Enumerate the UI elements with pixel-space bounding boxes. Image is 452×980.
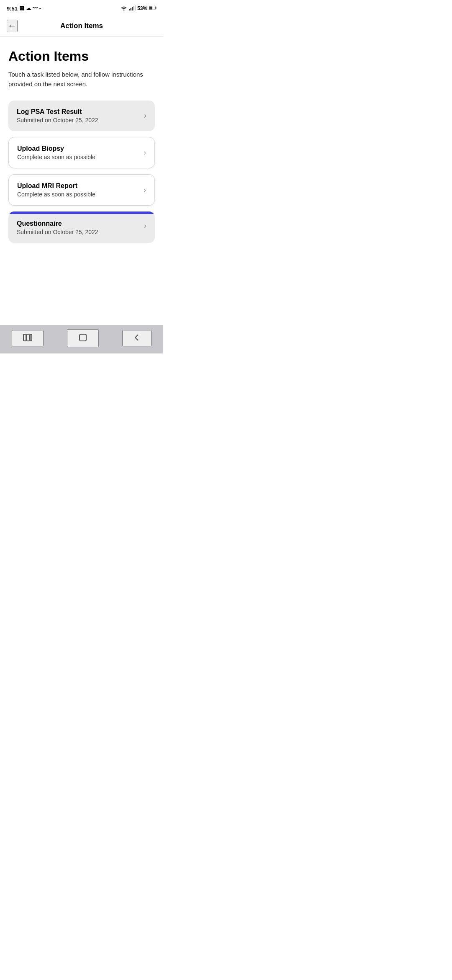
card-title: Upload Biopsy — [17, 145, 139, 152]
signal-icon — [129, 5, 136, 12]
battery-icon — [149, 5, 157, 12]
svg-rect-1 — [130, 8, 131, 10]
app-bar-title: Action Items — [60, 22, 103, 30]
svg-rect-11 — [80, 334, 86, 341]
app-bar: ← Action Items — [0, 15, 163, 37]
card-title: Log PSA Test Result — [17, 108, 140, 116]
action-card-questionnaire[interactable]: Questionnaire Submitted on October 25, 2… — [8, 211, 155, 243]
recent-apps-icon — [23, 333, 33, 343]
svg-rect-6 — [149, 6, 152, 9]
card-title: Upload MRI Report — [17, 182, 139, 190]
wifi-icon — [121, 5, 127, 12]
card-subtitle: Complete as soon as possible — [17, 154, 139, 160]
svg-rect-0 — [129, 9, 130, 10]
status-time: 9:51 🖼 ☁ 〰 • — [7, 5, 41, 12]
card-text: Upload MRI Report Complete as soon as po… — [17, 182, 139, 198]
photo-icon: 🖼 — [19, 5, 24, 11]
bottom-nav — [0, 325, 163, 353]
nav-recent-apps-button[interactable] — [12, 330, 44, 346]
progress-bar-container — [8, 211, 155, 214]
status-indicators: 53% — [121, 5, 157, 12]
card-subtitle: Submitted on October 25, 2022 — [17, 117, 140, 124]
chevron-right-icon: › — [144, 186, 146, 194]
card-text: Questionnaire Submitted on October 25, 2… — [17, 220, 140, 235]
action-card-upload-mri[interactable]: Upload MRI Report Complete as soon as po… — [8, 174, 155, 206]
card-text: Log PSA Test Result Submitted on October… — [17, 108, 140, 124]
home-icon — [78, 333, 88, 344]
svg-rect-9 — [27, 334, 29, 341]
chevron-right-icon: › — [144, 148, 146, 157]
chevron-right-icon: › — [144, 222, 146, 230]
page-description: Touch a task listed below, and follow in… — [8, 70, 155, 89]
progress-bar-fill — [8, 211, 155, 214]
card-subtitle: Submitted on October 25, 2022 — [17, 229, 140, 235]
card-title: Questionnaire — [17, 220, 140, 227]
back-nav-icon — [133, 333, 141, 343]
svg-rect-4 — [135, 5, 136, 10]
action-card-upload-biopsy[interactable]: Upload Biopsy Complete as soon as possib… — [8, 137, 155, 168]
wave-icon: 〰 — [33, 5, 38, 11]
card-subtitle: Complete as soon as possible — [17, 191, 139, 198]
card-text: Upload Biopsy Complete as soon as possib… — [17, 145, 139, 160]
svg-rect-7 — [156, 7, 157, 9]
svg-rect-8 — [23, 334, 26, 341]
battery-percentage: 53% — [137, 5, 147, 11]
chevron-right-icon: › — [144, 111, 146, 120]
page-heading: Action Items — [8, 49, 155, 64]
nav-back-button[interactable] — [122, 330, 152, 346]
action-card-log-psa[interactable]: Log PSA Test Result Submitted on October… — [8, 101, 155, 131]
nav-home-button[interactable] — [67, 329, 99, 347]
main-content: Action Items Touch a task listed below, … — [0, 37, 163, 325]
back-arrow-icon: ← — [8, 21, 17, 31]
action-items-list: Log PSA Test Result Submitted on October… — [8, 101, 155, 243]
svg-rect-2 — [132, 7, 133, 10]
cloud-icon: ☁ — [26, 5, 31, 11]
dot-icon: • — [39, 6, 41, 11]
svg-rect-3 — [133, 6, 134, 10]
svg-rect-10 — [30, 334, 32, 341]
back-button[interactable]: ← — [7, 20, 18, 32]
status-bar: 9:51 🖼 ☁ 〰 • 53% — [0, 0, 163, 15]
